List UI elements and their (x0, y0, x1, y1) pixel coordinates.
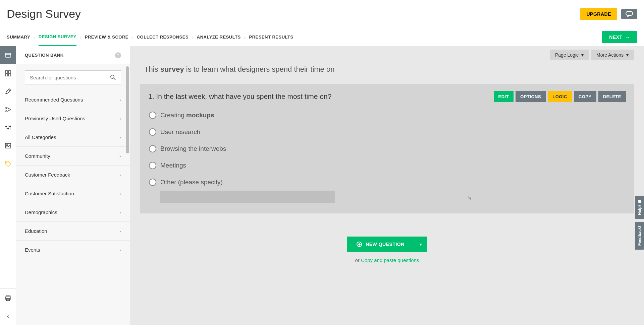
sidebar-item-community[interactable]: Community› (16, 147, 130, 166)
answer-option[interactable]: User research (149, 128, 626, 136)
new-question-dropdown[interactable]: ▾ (414, 237, 427, 252)
rail-logic[interactable] (0, 101, 16, 119)
rail-theme[interactable] (0, 82, 16, 101)
feedback-tab[interactable]: Feedback! (635, 222, 644, 250)
radio-icon[interactable] (149, 179, 156, 186)
rail-print[interactable] (0, 289, 16, 307)
chevron-right-icon: › (192, 35, 194, 40)
sliders-icon (5, 124, 11, 131)
canvas: Page Logic ▾ More Actions ▾ This survey … (130, 46, 644, 325)
sidebar-title: QUESTION BANK (25, 53, 64, 58)
rail-question-bank[interactable] (0, 155, 16, 173)
sidebar-item-recommended[interactable]: Recommended Questions› (16, 90, 130, 109)
nav-step-analyze[interactable]: ANALYZE RESULTS (197, 28, 241, 46)
sidebar-item-events[interactable]: Events› (16, 241, 130, 259)
sidebar: QUESTION BANK ? Recommended Questions› P… (16, 46, 130, 325)
sidebar-header: QUESTION BANK ? (16, 46, 130, 64)
left-rail: ‹ (0, 46, 16, 325)
page-title: Design Survey (7, 7, 81, 20)
edit-button[interactable]: EDIT (494, 91, 514, 102)
options-button[interactable]: OPTIONS (516, 91, 546, 102)
svg-rect-0 (626, 11, 633, 15)
svg-rect-4 (5, 74, 8, 76)
svg-rect-5 (8, 74, 11, 76)
new-question-area: NEW QUESTION ▾ or Copy and paste questio… (140, 225, 634, 269)
sidebar-item-demographics[interactable]: Demographics› (16, 203, 130, 222)
svg-point-14 (6, 162, 7, 163)
main-layout: ‹ QUESTION BANK ? Recommended Questions›… (0, 46, 644, 325)
image-icon (5, 142, 11, 149)
search-input[interactable] (30, 75, 110, 80)
chevron-right-icon: › (119, 97, 121, 103)
breadcrumb-nav: SUMMARY › DESIGN SURVEY › PREVIEW & SCOR… (0, 28, 644, 46)
answer-option[interactable]: Browsing the interwebs (149, 145, 626, 152)
question-title: 1. In the last week, what have you spent… (148, 91, 494, 101)
caret-down-icon: ▾ (626, 52, 629, 58)
sidebar-item-all[interactable]: All Categories› (16, 128, 130, 147)
chevron-right-icon: › (80, 35, 82, 40)
svg-point-18 (111, 75, 114, 78)
upgrade-button[interactable]: UPGRADE (580, 8, 617, 20)
svg-rect-17 (6, 299, 10, 301)
logic-button[interactable]: LOGIC (548, 91, 572, 102)
page-logic-button[interactable]: Page Logic ▾ (550, 50, 589, 60)
paste-link[interactable]: Copy and paste questions (361, 257, 419, 263)
chevron-right-icon: › (119, 116, 121, 121)
search-box[interactable] (25, 70, 121, 84)
sidebar-item-satisfaction[interactable]: Customer Satisfaction› (16, 184, 130, 203)
delete-button[interactable]: DELETE (598, 91, 626, 102)
caret-down-icon: ▾ (581, 52, 584, 58)
svg-rect-3 (8, 71, 11, 73)
sidebar-scroll[interactable]: Recommended Questions› Previously Used Q… (16, 64, 130, 325)
rail-format[interactable] (0, 64, 16, 82)
svg-point-11 (10, 126, 11, 127)
scrollbar[interactable] (126, 66, 129, 153)
copy-button[interactable]: COPY (574, 91, 596, 102)
nav-step-summary[interactable]: SUMMARY (7, 28, 30, 46)
chevron-right-icon: › (119, 153, 121, 159)
grid-icon (5, 70, 11, 77)
nav-step-preview[interactable]: PREVIEW & SCORE (85, 28, 128, 46)
branch-icon (5, 106, 11, 113)
radio-icon[interactable] (149, 128, 156, 136)
rail-image[interactable] (0, 137, 16, 155)
help-tab[interactable]: Help! (635, 196, 644, 219)
chat-button[interactable] (621, 9, 637, 19)
rail-builder[interactable] (0, 46, 16, 64)
sidebar-item-feedback[interactable]: Customer Feedback› (16, 166, 130, 184)
option-label: Meetings (160, 162, 186, 169)
chevron-right-icon: › (132, 35, 133, 40)
question-toolbar: EDIT OPTIONS LOGIC COPY DELETE (494, 91, 626, 102)
sidebar-item-previous[interactable]: Previously Used Questions› (16, 109, 130, 128)
caret-down-icon: ▾ (420, 242, 422, 247)
new-question-button[interactable]: NEW QUESTION (347, 237, 414, 252)
help-icon[interactable]: ? (115, 52, 121, 58)
nav-step-collect[interactable]: COLLECT RESPONSES (137, 28, 189, 46)
next-button[interactable]: NEXT → (602, 31, 637, 43)
more-actions-button[interactable]: More Actions ▾ (591, 50, 634, 60)
option-label: User research (160, 128, 200, 136)
other-text-input[interactable] (160, 191, 335, 203)
answer-option[interactable]: Creating mockups (149, 112, 626, 119)
svg-rect-1 (5, 53, 11, 57)
chevron-right-icon: › (244, 35, 246, 40)
answer-option-other[interactable]: Other (please specify) (149, 179, 626, 186)
builder-icon (5, 52, 11, 59)
arrow-right-icon: → (625, 35, 630, 40)
pencil-icon (5, 88, 11, 95)
chat-icon (626, 11, 633, 17)
radio-icon[interactable] (149, 162, 156, 169)
nav-step-present[interactable]: PRESENT RESULTS (249, 28, 293, 46)
radio-icon[interactable] (149, 145, 156, 152)
radio-icon[interactable] (149, 112, 156, 119)
sidebar-item-education[interactable]: Education› (16, 222, 130, 241)
option-label: Browsing the interwebs (160, 145, 226, 152)
rail-options[interactable] (0, 119, 16, 137)
rail-collapse[interactable]: ‹ (0, 307, 16, 325)
nav-steps: SUMMARY › DESIGN SURVEY › PREVIEW & SCOR… (7, 28, 293, 46)
question-card[interactable]: 1. In the last week, what have you spent… (140, 84, 634, 213)
chevron-right-icon: › (119, 247, 121, 253)
header-actions: UPGRADE (580, 8, 637, 20)
answer-option[interactable]: Meetings (149, 162, 626, 169)
nav-step-design[interactable]: DESIGN SURVEY (39, 28, 76, 46)
